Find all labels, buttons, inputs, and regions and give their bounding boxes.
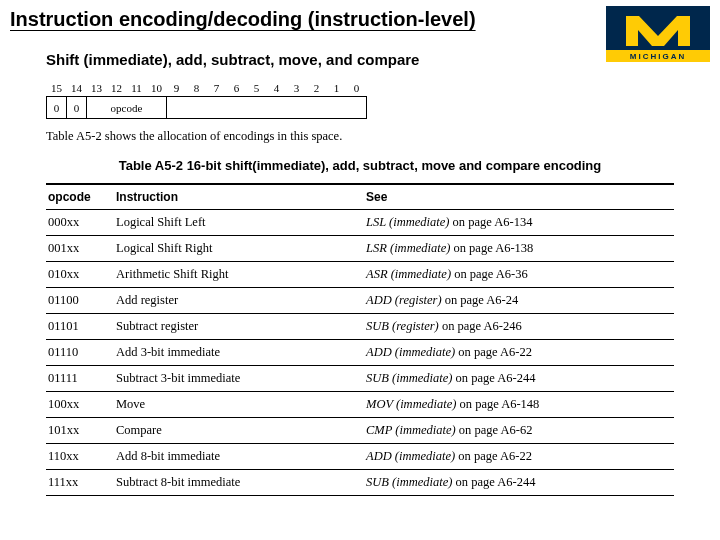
see-page: on page A6-138	[450, 241, 533, 255]
bit-num: 8	[187, 80, 207, 97]
table-row: 010xxArithmetic Shift RightASR (immediat…	[46, 262, 674, 288]
michigan-logo: MICHIGAN	[606, 6, 710, 62]
section-heading: Shift (immediate), add, subtract, move, …	[46, 51, 674, 68]
td-opcode: 101xx	[46, 418, 114, 444]
td-see: SUB (register) on page A6-246	[364, 314, 674, 340]
bit-num: 15	[47, 80, 67, 97]
td-instruction: Arithmetic Shift Right	[114, 262, 364, 288]
see-page: on page A6-244	[452, 371, 535, 385]
bit-num: 0	[347, 80, 367, 97]
td-instruction: Add register	[114, 288, 364, 314]
td-instruction: Subtract 8-bit immediate	[114, 470, 364, 496]
td-see: ADD (immediate) on page A6-22	[364, 340, 674, 366]
bit-num: 5	[247, 80, 267, 97]
td-instruction: Logical Shift Left	[114, 210, 364, 236]
table-row: 01101Subtract registerSUB (register) on …	[46, 314, 674, 340]
bit-num: 6	[227, 80, 247, 97]
bit-diagram: 15 14 13 12 11 10 9 8 7 6 5 4 3 2 1 0 0 …	[46, 80, 367, 119]
see-mnemonic: CMP (immediate)	[366, 423, 456, 437]
td-see: SUB (immediate) on page A6-244	[364, 470, 674, 496]
td-instruction: Compare	[114, 418, 364, 444]
bit-cell-rest	[167, 97, 367, 119]
see-page: on page A6-36	[451, 267, 528, 281]
bit-num: 9	[167, 80, 187, 97]
td-opcode: 001xx	[46, 236, 114, 262]
bit-num: 13	[87, 80, 107, 97]
td-see: ASR (immediate) on page A6-36	[364, 262, 674, 288]
th-see: See	[364, 184, 674, 210]
td-see: ADD (immediate) on page A6-22	[364, 444, 674, 470]
see-page: on page A6-24	[442, 293, 519, 307]
td-instruction: Subtract 3-bit immediate	[114, 366, 364, 392]
bit-num: 2	[307, 80, 327, 97]
content-area: Shift (immediate), add, subtract, move, …	[0, 33, 720, 496]
see-page: on page A6-134	[449, 215, 532, 229]
bit-num: 14	[67, 80, 87, 97]
see-page: on page A6-246	[439, 319, 522, 333]
td-opcode: 110xx	[46, 444, 114, 470]
see-mnemonic: ADD (register)	[366, 293, 442, 307]
see-mnemonic: ADD (immediate)	[366, 449, 455, 463]
td-opcode: 111xx	[46, 470, 114, 496]
see-page: on page A6-244	[452, 475, 535, 489]
td-opcode: 01111	[46, 366, 114, 392]
bit-num: 7	[207, 80, 227, 97]
td-see: MOV (immediate) on page A6-148	[364, 392, 674, 418]
th-opcode: opcode	[46, 184, 114, 210]
table-row: 101xxCompareCMP (immediate) on page A6-6…	[46, 418, 674, 444]
td-instruction: Add 3-bit immediate	[114, 340, 364, 366]
table-row: 01111Subtract 3-bit immediateSUB (immedi…	[46, 366, 674, 392]
table-row: 100xxMoveMOV (immediate) on page A6-148	[46, 392, 674, 418]
table-row: 001xxLogical Shift RightLSR (immediate) …	[46, 236, 674, 262]
see-mnemonic: LSL (immediate)	[366, 215, 449, 229]
see-mnemonic: SUB (register)	[366, 319, 439, 333]
td-see: CMP (immediate) on page A6-62	[364, 418, 674, 444]
td-opcode: 01101	[46, 314, 114, 340]
td-opcode: 000xx	[46, 210, 114, 236]
td-see: ADD (register) on page A6-24	[364, 288, 674, 314]
table-title: Table A5-2 16-bit shift(immediate), add,…	[46, 158, 674, 173]
table-row: 01100Add registerADD (register) on page …	[46, 288, 674, 314]
see-page: on page A6-148	[456, 397, 539, 411]
bit-num: 1	[327, 80, 347, 97]
see-mnemonic: SUB (immediate)	[366, 475, 452, 489]
table-head-row: opcode Instruction See	[46, 184, 674, 210]
bit-fields-row: 0 0 opcode	[47, 97, 367, 119]
bit-num: 10	[147, 80, 167, 97]
svg-text:MICHIGAN: MICHIGAN	[630, 52, 686, 61]
caption-text: Table A5-2 shows the allocation of encod…	[46, 129, 674, 144]
td-see: LSR (immediate) on page A6-138	[364, 236, 674, 262]
see-mnemonic: ADD (immediate)	[366, 345, 455, 359]
td-opcode: 010xx	[46, 262, 114, 288]
bit-cell-opcode: opcode	[87, 97, 167, 119]
bit-cell-15: 0	[47, 97, 67, 119]
td-opcode: 100xx	[46, 392, 114, 418]
bit-num: 4	[267, 80, 287, 97]
bit-num: 12	[107, 80, 127, 97]
see-page: on page A6-22	[455, 449, 532, 463]
table-row: 01110Add 3-bit immediateADD (immediate) …	[46, 340, 674, 366]
bit-num: 11	[127, 80, 147, 97]
see-page: on page A6-22	[455, 345, 532, 359]
table-row: 000xxLogical Shift LeftLSL (immediate) o…	[46, 210, 674, 236]
see-mnemonic: MOV (immediate)	[366, 397, 456, 411]
bit-cell-14: 0	[67, 97, 87, 119]
see-mnemonic: LSR (immediate)	[366, 241, 450, 255]
bit-numbers-row: 15 14 13 12 11 10 9 8 7 6 5 4 3 2 1 0	[47, 80, 367, 97]
bit-num: 3	[287, 80, 307, 97]
see-page: on page A6-62	[456, 423, 533, 437]
encoding-table: opcode Instruction See 000xxLogical Shif…	[46, 183, 674, 496]
td-instruction: Subtract register	[114, 314, 364, 340]
see-mnemonic: ASR (immediate)	[366, 267, 451, 281]
table-row: 110xxAdd 8-bit immediateADD (immediate) …	[46, 444, 674, 470]
th-instruction: Instruction	[114, 184, 364, 210]
td-opcode: 01110	[46, 340, 114, 366]
td-instruction: Add 8-bit immediate	[114, 444, 364, 470]
td-instruction: Move	[114, 392, 364, 418]
td-see: SUB (immediate) on page A6-244	[364, 366, 674, 392]
see-mnemonic: SUB (immediate)	[366, 371, 452, 385]
td-opcode: 01100	[46, 288, 114, 314]
td-instruction: Logical Shift Right	[114, 236, 364, 262]
table-row: 111xxSubtract 8-bit immediateSUB (immedi…	[46, 470, 674, 496]
td-see: LSL (immediate) on page A6-134	[364, 210, 674, 236]
